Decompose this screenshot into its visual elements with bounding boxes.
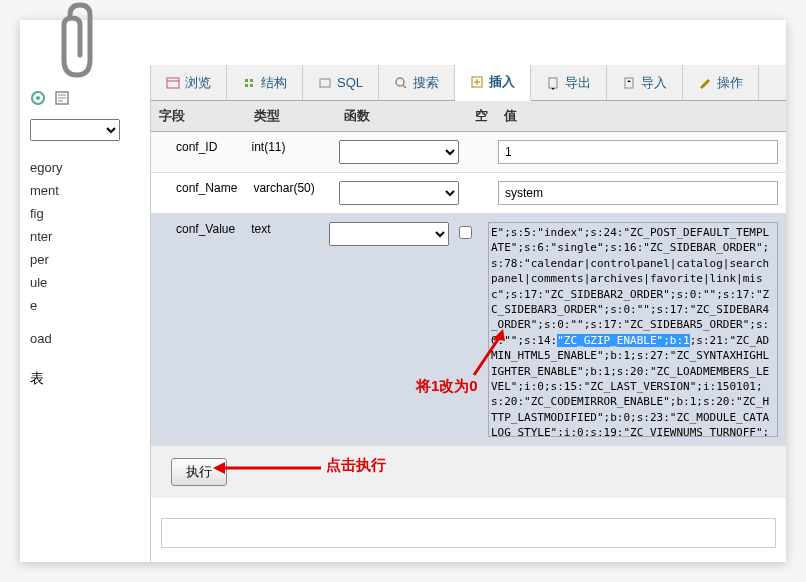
lower-panel	[161, 518, 776, 548]
svg-rect-3	[167, 78, 179, 88]
svg-rect-4	[320, 79, 330, 87]
export-icon	[546, 76, 560, 90]
browse-icon	[166, 76, 180, 90]
col-header-null: 空	[466, 101, 496, 131]
paperclip-decoration	[50, 0, 110, 93]
value-input-conf-id[interactable]	[498, 140, 778, 164]
tab-label: 插入	[489, 73, 515, 91]
function-select[interactable]	[339, 140, 459, 164]
db-select[interactable]	[30, 119, 120, 141]
structure-icon	[242, 76, 256, 90]
annotation-click-execute: 点击执行	[326, 456, 386, 475]
insert-icon	[470, 75, 484, 89]
sidebar-item[interactable]: egory	[30, 156, 130, 179]
arrow-to-textarea	[469, 325, 509, 383]
tab-label: 操作	[717, 74, 743, 92]
search-icon	[394, 76, 408, 90]
sidebar-item[interactable]: e	[30, 294, 130, 317]
sidebar-item[interactable]: oad	[30, 327, 130, 350]
tab-label: 导出	[565, 74, 591, 92]
operations-icon	[698, 76, 712, 90]
tab-operations[interactable]: 操作	[683, 65, 759, 100]
home-icon[interactable]	[30, 90, 46, 109]
function-select[interactable]	[339, 181, 459, 205]
sql-icon	[318, 76, 332, 90]
col-header-type: 类型	[246, 101, 336, 131]
sidebar-item[interactable]: fig	[30, 202, 130, 225]
sidebar-item[interactable]: nter	[30, 225, 130, 248]
textarea-text: ;s:21:"ZC_ADMIN_HTML5_ENABLE";b:1;s:27:"…	[491, 334, 769, 437]
null-checkbox[interactable]	[459, 226, 472, 239]
sidebar-table-label: 表	[30, 370, 130, 388]
svg-rect-7	[549, 78, 557, 88]
field-name: conf_Name	[151, 173, 245, 213]
value-input-conf-name[interactable]	[498, 181, 778, 205]
tab-insert[interactable]: 插入	[455, 65, 531, 101]
col-header-field: 字段	[151, 101, 246, 131]
field-type: text	[243, 214, 321, 445]
field-type: int(11)	[244, 132, 331, 172]
tab-structure[interactable]: 结构	[227, 65, 303, 100]
tab-search[interactable]: 搜索	[379, 65, 455, 100]
tab-label: 导入	[641, 74, 667, 92]
highlighted-text: "ZC_GZIP_ENABLE";b:1	[557, 334, 689, 347]
svg-point-5	[396, 78, 404, 86]
textarea-text: E";s:5:"index";s:24:"ZC_POST_DEFAULT_TEM…	[491, 226, 769, 347]
sidebar-item[interactable]: ment	[30, 179, 130, 202]
data-row-conf-id: conf_ID int(11)	[151, 132, 786, 173]
import-icon	[622, 76, 636, 90]
arrow-to-execute	[211, 460, 321, 479]
tab-label: 搜索	[413, 74, 439, 92]
function-select[interactable]	[329, 222, 449, 246]
tab-label: SQL	[337, 75, 363, 90]
field-name: conf_ID	[151, 132, 244, 172]
tab-label: 结构	[261, 74, 287, 92]
tab-import[interactable]: 导入	[607, 65, 683, 100]
tab-label: 浏览	[185, 74, 211, 92]
field-name: conf_Value	[151, 214, 243, 445]
tabs: 浏览 结构 SQL 搜索 插入 导出 导入 操作	[151, 65, 786, 101]
sidebar: egory ment fig nter per ule e oad 表	[20, 80, 140, 398]
field-type: varchar(50)	[245, 173, 330, 213]
execute-row: 执行 点击执行	[151, 446, 786, 498]
tab-export[interactable]: 导出	[531, 65, 607, 100]
data-row-conf-name: conf_Name varchar(50)	[151, 173, 786, 214]
tab-sql[interactable]: SQL	[303, 65, 379, 100]
svg-point-1	[36, 96, 40, 100]
col-header-function: 函数	[336, 101, 466, 131]
sidebar-item[interactable]: ule	[30, 271, 130, 294]
tab-browse[interactable]: 浏览	[151, 65, 227, 100]
value-textarea-conf-value[interactable]: E";s:5:"index";s:24:"ZC_POST_DEFAULT_TEM…	[488, 222, 778, 437]
col-header-value: 值	[496, 101, 786, 131]
sidebar-item[interactable]: per	[30, 248, 130, 271]
column-header-row: 字段 类型 函数 空 值	[151, 101, 786, 132]
